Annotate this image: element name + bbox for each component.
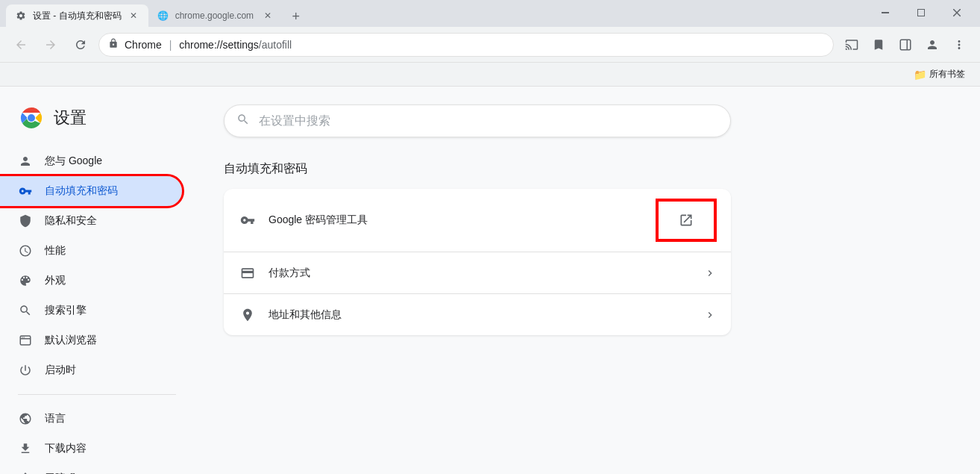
address-chrome-label: Chrome <box>125 39 162 51</box>
folder-icon: 📁 <box>914 69 926 81</box>
window-controls <box>868 1 974 27</box>
sidebar-item-appearance[interactable]: 外观 <box>0 266 182 296</box>
power-icon <box>18 363 33 378</box>
side-panel-button[interactable] <box>893 33 917 57</box>
sidebar-item-label-startup: 启动时 <box>45 364 76 377</box>
person-icon <box>18 154 33 169</box>
close-button[interactable] <box>940 1 974 24</box>
external-link-action[interactable] <box>656 199 716 241</box>
sidebar-item-label-privacy: 隐私和安全 <box>45 214 97 228</box>
settings-sidebar: 设置 您与 Google 自动填充和密码 隐私和安全 <box>0 87 194 474</box>
bookmark-button[interactable] <box>867 33 891 57</box>
menu-button[interactable] <box>947 33 971 57</box>
sidebar-item-startup[interactable]: 启动时 <box>0 355 182 385</box>
sidebar-item-privacy[interactable]: 隐私和安全 <box>0 206 182 236</box>
settings-favicon <box>15 10 27 22</box>
nav-actions <box>840 33 971 57</box>
palette-icon <box>18 273 33 288</box>
chrome-logo-icon <box>18 105 45 131</box>
settings-row-passwords[interactable]: Google 密码管理工具 <box>224 189 731 252</box>
sidebar-item-language[interactable]: 语言 <box>0 404 182 434</box>
sidebar-divider <box>18 394 176 395</box>
sidebar-item-downloads[interactable]: 下载内容 <box>0 434 182 464</box>
addresses-arrow-action <box>704 309 716 321</box>
bookmarks-bar: 📁 所有书签 <box>0 63 980 87</box>
settings-search-input[interactable] <box>259 114 718 128</box>
sidebar-item-label-search: 搜索引擎 <box>45 304 87 317</box>
settings-row-payment[interactable]: 付款方式 <box>224 252 731 293</box>
svg-rect-1 <box>918 10 925 16</box>
maximize-button[interactable] <box>904 1 938 24</box>
autofill-section-title: 自动填充和密码 <box>224 161 950 177</box>
tab-settings[interactable]: 设置 - 自动填充和密码 ✕ <box>6 4 148 27</box>
passwords-key-icon <box>239 211 257 229</box>
passwords-row-label: Google 密码管理工具 <box>268 213 644 227</box>
download-icon <box>18 441 33 456</box>
page-content: 设置 您与 Google 自动填充和密码 隐私和安全 <box>0 87 980 474</box>
tabs-area: 设置 - 自动填充和密码 ✕ 🌐 chrome.google.com ✕ + <box>6 4 868 27</box>
title-bar: 设置 - 自动填充和密码 ✕ 🌐 chrome.google.com ✕ + <box>0 0 980 27</box>
globe-icon <box>18 411 33 426</box>
svg-rect-4 <box>900 40 911 50</box>
speed-icon <box>18 243 33 258</box>
tab-settings-label: 设置 - 自动填充和密码 <box>33 10 122 22</box>
svg-rect-0 <box>882 12 889 13</box>
sidebar-item-default-browser[interactable]: 默认浏览器 <box>0 325 182 355</box>
sidebar-item-search[interactable]: 搜索引擎 <box>0 296 182 325</box>
secure-icon <box>108 38 119 51</box>
minimize-button[interactable] <box>868 1 902 24</box>
sidebar-header: 设置 <box>0 99 194 146</box>
location-icon <box>239 306 257 324</box>
tab-settings-close[interactable]: ✕ <box>128 10 139 22</box>
address-url-bold: chrome://settings <box>179 39 259 51</box>
svg-point-11 <box>22 337 23 338</box>
settings-search-bar[interactable] <box>224 105 731 137</box>
svg-point-8 <box>28 114 35 122</box>
profile-button[interactable] <box>920 33 944 57</box>
shield-icon <box>18 213 33 228</box>
sidebar-item-label-language: 语言 <box>45 412 66 425</box>
bookmarks-folder[interactable]: 📁 所有书签 <box>908 66 971 84</box>
new-tab-button[interactable]: + <box>286 6 307 27</box>
svg-point-12 <box>23 337 25 338</box>
sidebar-item-label-default-browser: 默认浏览器 <box>45 334 97 347</box>
sidebar-item-performance[interactable]: 性能 <box>0 236 182 266</box>
address-text: Chrome | chrome://settings/autofill <box>125 39 824 51</box>
google-favicon: 🌐 <box>157 10 169 22</box>
settings-main: 自动填充和密码 Google 密码管理工具 <box>194 87 980 474</box>
settings-row-addresses[interactable]: 地址和其他信息 <box>224 293 731 335</box>
sidebar-item-label-autofill: 自动填充和密码 <box>45 184 118 198</box>
address-url-path: /autofill <box>259 39 292 51</box>
addresses-row-label: 地址和其他信息 <box>268 308 692 322</box>
accessibility-icon <box>18 471 33 474</box>
refresh-button[interactable] <box>69 33 92 57</box>
settings-title: 设置 <box>54 107 87 129</box>
payment-card-icon <box>239 264 257 282</box>
payment-row-label: 付款方式 <box>268 266 692 280</box>
autofill-settings-card: Google 密码管理工具 付款方式 <box>224 189 731 335</box>
sidebar-item-label-downloads: 下载内容 <box>45 442 87 455</box>
search-icon <box>236 113 250 130</box>
sidebar-item-label-performance: 性能 <box>45 244 66 258</box>
tab-google-label: chrome.google.com <box>175 10 256 21</box>
sidebar-item-accessibility[interactable]: 无障碍 <box>0 464 182 474</box>
key-icon <box>18 184 33 199</box>
sidebar-item-label-appearance: 外观 <box>45 274 66 287</box>
payment-arrow-action <box>704 267 716 279</box>
cast-button[interactable] <box>840 33 864 57</box>
sidebar-item-autofill[interactable]: 自动填充和密码 <box>0 176 182 206</box>
tab-google-close[interactable]: ✕ <box>262 10 274 22</box>
sidebar-item-you-and-google[interactable]: 您与 Google <box>0 146 182 176</box>
navigation-bar: Chrome | chrome://settings/autofill <box>0 27 980 63</box>
sidebar-item-label-you-and-google: 您与 Google <box>45 155 102 168</box>
tab-google[interactable]: 🌐 chrome.google.com ✕ <box>148 4 283 27</box>
back-button[interactable] <box>9 33 33 57</box>
browser-window: 设置 - 自动填充和密码 ✕ 🌐 chrome.google.com ✕ + <box>0 0 980 474</box>
address-bar[interactable]: Chrome | chrome://settings/autofill <box>98 33 834 57</box>
address-separator: | <box>169 39 172 51</box>
bookmarks-folder-label: 所有书签 <box>929 68 965 81</box>
browser-icon <box>18 333 33 348</box>
search-icon <box>18 303 33 318</box>
forward-button[interactable] <box>39 33 63 57</box>
